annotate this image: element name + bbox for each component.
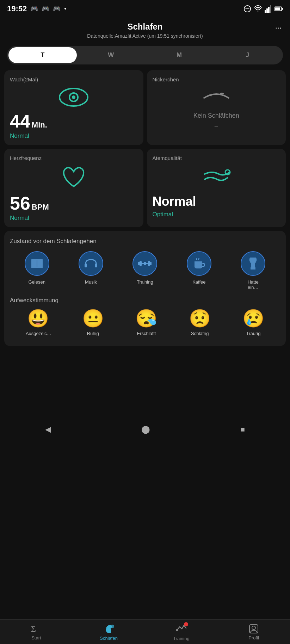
eye-closed-icon [200,87,232,108]
svg-rect-6 [270,5,271,13]
ausgezeichnet-label: Ausgezeic… [26,331,50,336]
svg-point-24 [111,625,114,628]
svg-rect-9 [275,7,280,10]
erschlafft-label: Erschlafft [137,331,156,336]
mood-traurig[interactable]: 😢 Traurig [242,310,264,336]
status-time: 19:52 [7,4,27,13]
atem-value: Normal [153,194,280,209]
svg-point-25 [176,629,178,631]
kaffee-circle [187,251,211,276]
tab-month[interactable]: M [145,47,214,63]
bottom-cards-grid: Herzfrequenz 56 BPM Normal Atemqualität [0,149,290,227]
herz-value: 56 [10,194,30,212]
page-title: Schlafen [127,22,162,32]
wach-value-row: 44 Min. [10,112,138,130]
atem-icon-area [153,165,280,190]
nickerchen-dash: – [153,122,280,130]
hatte-circle [241,251,265,276]
nickerchen-card: Nickerchen Kein Schläfchen – [147,70,286,145]
schlafrig-emoji: 😟 [189,310,211,327]
svg-rect-8 [282,8,283,10]
kaffee-label: Kaffee [192,279,205,285]
eye-open-icon [58,87,90,108]
signal-icon [265,5,272,13]
android-recent-button[interactable]: ■ [240,425,245,434]
svg-rect-16 [95,264,97,267]
android-back-button[interactable]: ◀ [45,425,51,434]
svg-point-2 [258,11,259,12]
tab-year[interactable]: J [213,47,282,63]
musik-circle [79,251,103,276]
nickerchen-no-data: Kein Schläfchen [153,112,280,119]
mood-row: 😃 Ausgezeic… 😐 Ruhig 😪 Erschlafft 😟 Schl… [10,310,280,336]
headphones-icon [84,258,98,270]
zustand-item-hatte[interactable]: Hatte ein… [241,251,265,290]
gelesen-label: Gelesen [28,279,45,285]
mood-ruhig[interactable]: 😐 Ruhig [82,310,104,336]
musik-label: Musik [85,279,97,285]
nickerchen-icon-area [153,87,280,108]
profile-nav-icon [249,624,259,634]
ruhig-label: Ruhig [87,331,99,336]
nav-label-schlafen: Schlafen [100,636,118,641]
mood-schlafrig[interactable]: 😟 Schläfrig [189,310,211,336]
status-left: 19:52 🎮 🎮 🎮 • [7,4,67,13]
atem-status: Optimal [153,211,173,218]
wach-unit: Min. [32,120,47,130]
svg-rect-4 [266,8,268,13]
svg-rect-3 [265,10,266,13]
page-header: Schlafen Datenquelle:Amazfit Active (um … [0,16,290,43]
game-icon-2: 🎮 [42,5,49,13]
nav-item-schlafen[interactable]: Schlafen [95,624,123,641]
zustand-section: Zustand vor dem Schlafengehen Gelesen [4,231,286,346]
tab-day[interactable]: T [8,47,77,63]
svg-rect-15 [85,264,87,267]
wach-label: Wach(2Mal) [10,76,38,82]
training-label: Training [137,279,153,285]
training-icon-wrapper [175,623,187,634]
wach-value: 44 [10,112,30,130]
sleep-nav-icon [103,624,115,634]
atem-label: Atemqualität [153,155,182,161]
nav-item-profil[interactable]: Profil [240,624,268,640]
hatte-label: Hatte ein… [242,279,264,290]
mood-erschlafft[interactable]: 😪 Erschlafft [135,310,157,336]
wach-icon-area [10,87,138,108]
mood-ausgezeichnet[interactable]: 😃 Ausgezeic… [26,310,50,336]
zustand-item-training[interactable]: Training [132,251,157,290]
period-tab-bar: T W M J [7,46,283,64]
zustand-title: Zustand vor dem Schlafengehen [10,238,280,245]
herz-label: Herzfrequenz [10,155,42,161]
zustand-icons-row: Gelesen Musik [10,251,280,290]
traurig-emoji: 😢 [242,310,264,327]
bottom-navigation: Σ Start Schlafen Training Profil [0,619,290,644]
nav-item-start[interactable]: Σ Start [22,624,50,640]
training-badge [184,622,188,626]
training-circle [132,251,157,276]
herz-status: Normal [10,215,29,222]
nickerchen-label: Nickerchen [153,76,179,82]
erschlafft-emoji: 😪 [135,310,157,327]
start-nav-icon: Σ [31,624,42,634]
android-home-button[interactable]: ⬤ [141,425,150,434]
zustand-item-kaffee[interactable]: Kaffee [187,251,211,290]
tab-week[interactable]: W [77,47,145,63]
zustand-item-gelesen[interactable]: Gelesen [25,251,49,290]
svg-rect-21 [150,262,152,265]
top-cards-grid: Wach(2Mal) 44 Min. Normal Nickerchen [0,70,290,145]
wine-icon [247,257,259,270]
data-source: Datenquelle:Amazfit Active (um 19:51 syn… [87,33,203,39]
herzfrequenz-card: Herzfrequenz 56 BPM Normal [4,149,143,227]
nav-label-profil: Profil [248,635,259,640]
more-menu-button[interactable]: ··· [275,23,282,32]
svg-rect-22 [141,263,148,264]
nav-item-training[interactable]: Training [167,623,195,641]
svg-point-12 [72,95,75,99]
svg-rect-5 [268,7,270,13]
dnd-icon [243,5,251,13]
zustand-item-musik[interactable]: Musik [79,251,103,290]
heart-icon [60,165,88,190]
aufweck-title: Aufweckstimmung [10,297,280,304]
wind-icon [201,165,231,190]
herz-value-row: 56 BPM [10,194,138,212]
